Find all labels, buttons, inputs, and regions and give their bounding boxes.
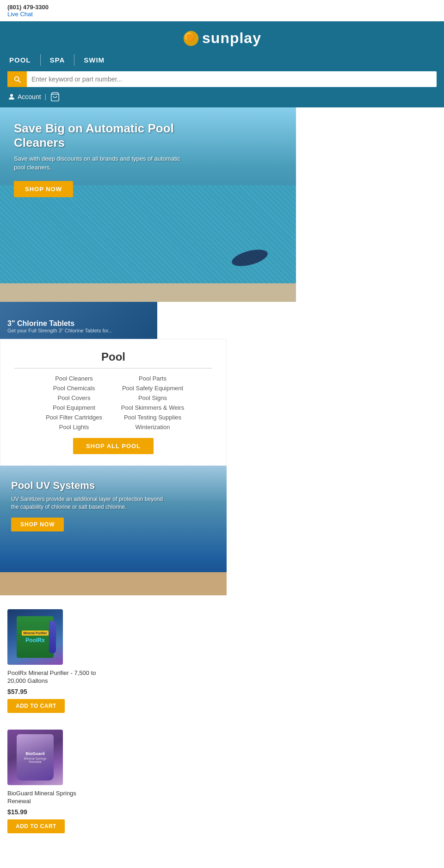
pool-section-title: Pool	[14, 350, 212, 363]
poolrx-label-main: PoolRx	[25, 637, 44, 643]
pool-col-left: Pool Cleaners Pool Chemicals Pool Covers…	[39, 375, 109, 431]
pool-cat-cleaners[interactable]: Pool Cleaners	[39, 375, 109, 382]
add-to-cart-bioguard[interactable]: ADD TO CART	[7, 819, 65, 833]
account-link[interactable]: Account	[7, 93, 41, 101]
uv-title: Pool UV Systems	[11, 480, 168, 492]
uv-deck	[0, 572, 227, 595]
header: sunplay POOL SPA SWIM Account	[0, 21, 444, 107]
uv-banner: Pool UV Systems UV Sanitizers provide an…	[0, 466, 227, 595]
live-chat-link[interactable]: Live Chat	[7, 11, 33, 18]
svg-point-2	[10, 94, 13, 97]
nav-swim[interactable]: SWIM	[74, 54, 114, 66]
product-image-poolrx: Mineral Purifier PoolRx	[7, 609, 63, 665]
products-section: Mineral Purifier PoolRx PoolRx Mineral P…	[0, 595, 444, 847]
account-cart-divider: |	[45, 93, 47, 100]
logo-text: sunplay	[202, 30, 261, 47]
pool-divider	[14, 368, 212, 368]
pool-cat-signs[interactable]: Pool Signs	[118, 394, 187, 401]
search-button[interactable]	[7, 71, 27, 87]
page-wrapper: (801) 479-3300 Live Chat sunplay POOL SP…	[0, 0, 444, 847]
add-to-cart-poolrx[interactable]: ADD TO CART	[7, 699, 65, 713]
product-card-poolrx: Mineral Purifier PoolRx PoolRx Mineral P…	[7, 605, 100, 718]
hero-banner: Save Big on Automatic Pool Cleaners Save…	[0, 107, 296, 302]
uv-shop-now-button[interactable]: SHOP NOW	[11, 518, 64, 531]
phone-number: (801) 479-3300	[7, 4, 49, 11]
pool-cat-safety[interactable]: Pool Safety Equipment	[118, 385, 187, 392]
top-bar: (801) 479-3300 Live Chat	[0, 0, 444, 21]
product-price-poolrx: $57.95	[7, 688, 27, 695]
shop-all-pool-button[interactable]: SHOP ALL POOL	[73, 438, 154, 454]
pool-cat-winterization[interactable]: Winterization	[118, 424, 187, 431]
chlorine-banner: 3" Chlorine Tablets Get your Full Streng…	[0, 302, 157, 339]
sunplay-logo-icon	[183, 30, 199, 47]
chlorine-title: 3" Chlorine Tablets	[7, 319, 112, 328]
pool-categories: Pool Cleaners Pool Chemicals Pool Covers…	[14, 375, 212, 431]
account-icon	[7, 93, 16, 101]
nav-bar: POOL SPA SWIM	[7, 50, 437, 68]
product-card-bioguard: BioGuard Mineral SpringsRenewal BioGuard…	[7, 725, 100, 838]
logo-row: sunplay	[7, 26, 437, 50]
pool-cat-equipment[interactable]: Pool Equipment	[39, 404, 109, 411]
cart-icon[interactable]	[50, 92, 60, 102]
pool-section: Pool Pool Cleaners Pool Chemicals Pool C…	[0, 339, 227, 466]
uv-content: Pool UV Systems UV Sanitizers provide an…	[11, 480, 168, 531]
account-label: Account	[18, 93, 41, 100]
product-image-bioguard: BioGuard Mineral SpringsRenewal	[7, 730, 63, 785]
poolrx-tube	[49, 621, 56, 653]
pool-col-right: Pool Parts Pool Safety Equipment Pool Si…	[118, 375, 187, 431]
nav-spa[interactable]: SPA	[41, 54, 75, 66]
bioguard-sub-text: Mineral SpringsRenewal	[24, 757, 47, 763]
hero-shop-now-button[interactable]: SHOP NOW	[14, 181, 73, 197]
product-name-poolrx: PoolRx Mineral Purifier - 7,500 to 20,00…	[7, 669, 100, 685]
pool-cat-parts[interactable]: Pool Parts	[118, 375, 187, 382]
product-name-bioguard: BioGuard Mineral Springs Renewal	[7, 790, 100, 806]
uv-subtitle: UV Sanitizers provide an additional laye…	[11, 495, 168, 511]
chlorine-content: 3" Chlorine Tablets Get your Full Streng…	[7, 319, 112, 333]
pool-cat-testing[interactable]: Pool Testing Supplies	[118, 414, 187, 421]
hero-content: Save Big on Automatic Pool Cleaners Save…	[14, 121, 190, 197]
pool-cat-covers[interactable]: Pool Covers	[39, 394, 109, 401]
hero-title: Save Big on Automatic Pool Cleaners	[14, 121, 190, 150]
bioguard-logo-text: BioGuard	[25, 751, 44, 756]
poolrx-label: Mineral Purifier PoolRx	[17, 616, 54, 658]
chlorine-subtitle: Get your Full Strength 3" Chlorine Table…	[7, 328, 112, 333]
hero-deck	[0, 283, 296, 302]
search-bar	[7, 71, 437, 87]
hero-subtitle: Save with deep discounts on all brands a…	[14, 155, 190, 171]
pool-cat-lights[interactable]: Pool Lights	[39, 424, 109, 431]
pool-cat-filter-cartridges[interactable]: Pool Filter Cartridges	[39, 414, 109, 421]
pool-cat-chemicals[interactable]: Pool Chemicals	[39, 385, 109, 392]
account-row: Account |	[7, 89, 437, 103]
search-input[interactable]	[27, 72, 437, 87]
product-price-bioguard: $15.99	[7, 808, 27, 816]
nav-pool[interactable]: POOL	[7, 54, 41, 66]
pool-cat-skimmers[interactable]: Pool Skimmers & Weirs	[118, 404, 187, 411]
poolrx-label-top: Mineral Purifier	[22, 631, 49, 636]
search-icon	[13, 75, 21, 83]
bioguard-bag: BioGuard Mineral SpringsRenewal	[17, 734, 54, 781]
